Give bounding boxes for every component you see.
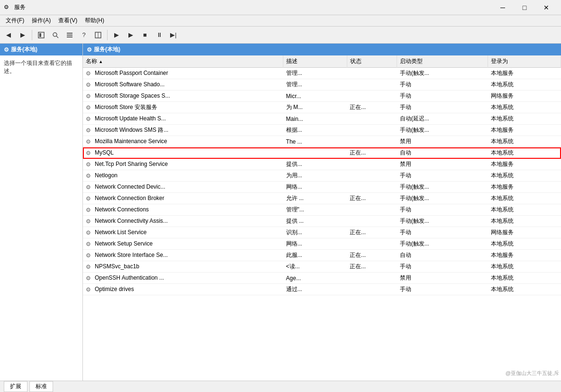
table-row[interactable]: ⚙Microsoft Store 安装服务为 M...正在...手动本地系统: [83, 102, 561, 113]
menu-item[interactable]: 查看(V): [54, 16, 81, 26]
service-login: 本地系统: [488, 136, 561, 147]
maximize-button[interactable]: □: [514, 0, 535, 15]
table-row[interactable]: ⚙Network Connections管理"...手动本地系统: [83, 204, 561, 216]
service-startup: 自动(延迟...: [397, 113, 488, 125]
service-name: ⚙Network List Service: [83, 227, 283, 238]
menu-item[interactable]: 帮助(H): [81, 16, 108, 26]
table-row[interactable]: ⚙Microsoft Passport Container管理...手动(触发.…: [83, 68, 561, 79]
table-row[interactable]: ⚙Network Setup Service网络...手动(触发...本地系统: [83, 238, 561, 250]
service-desc: 提供...: [283, 159, 347, 170]
show-hide-button[interactable]: [35, 28, 48, 42]
table-row[interactable]: ⚙NPSMSvc_bac1b<读...正在...手动本地系统: [83, 261, 561, 273]
table-row[interactable]: ⚙Network List Service识别...正在...手动网络服务: [83, 227, 561, 238]
help-button[interactable]: ?: [77, 28, 90, 42]
table-row[interactable]: ⚙Network Connection Broker允许 ...正在...手动(…: [83, 193, 561, 204]
table-row[interactable]: ⚙Mozilla Maintenance ServiceThe ...禁用本地系…: [83, 136, 561, 147]
service-desc: 通过...: [283, 284, 347, 295]
col-name[interactable]: 名称 ▲: [83, 55, 283, 68]
tab-standard[interactable]: 标准: [29, 381, 53, 392]
service-desc: Micr...: [283, 91, 347, 102]
col-startup[interactable]: 启动类型: [397, 55, 488, 68]
service-status: [347, 216, 397, 227]
service-login: 网络服务: [488, 227, 561, 238]
svg-rect-5: [67, 35, 72, 36]
service-name: ⚙Microsoft Update Health S...: [83, 113, 283, 125]
service-name: ⚙Network Connectivity Assis...: [83, 216, 283, 227]
service-desc: 管理...: [283, 68, 347, 79]
service-login: 本地系统: [488, 261, 561, 273]
service-status: 正在...: [347, 250, 397, 261]
table-row[interactable]: ⚙Microsoft Windows SMS 路...根据...手动(触发...…: [83, 125, 561, 136]
service-name: ⚙Network Connections: [83, 204, 283, 216]
service-desc: Age...: [283, 273, 347, 284]
svg-rect-1: [39, 33, 41, 37]
table-row[interactable]: ⚙Microsoft Update Health S...Main...自动(延…: [83, 113, 561, 125]
services-list: 名称 ▲ 描述 状态 启动类型 登录为 ⚙Microsoft Passport …: [83, 55, 561, 295]
list-button[interactable]: [63, 28, 76, 42]
forward-button[interactable]: ▶: [16, 28, 29, 42]
table-row[interactable]: ⚙OpenSSH Authentication ...Age...禁用本地系统: [83, 273, 561, 284]
table-row[interactable]: ⚙Network Connectivity Assis...提供 ...手动(触…: [83, 216, 561, 227]
service-status: [347, 91, 397, 102]
services-table[interactable]: 名称 ▲ 描述 状态 启动类型 登录为 ⚙Microsoft Passport …: [83, 55, 561, 381]
pause-service-button[interactable]: ⏸: [153, 28, 166, 42]
pane-button[interactable]: [91, 28, 105, 42]
service-startup: 禁用: [397, 159, 488, 170]
service-login: 本地服务: [488, 68, 561, 79]
service-login: 本地系统: [488, 113, 561, 125]
service-login: 本地服务: [488, 182, 561, 193]
left-panel-title: 服务(本地): [11, 46, 37, 54]
service-desc: <读...: [283, 261, 347, 273]
table-row[interactable]: ⚙Net.Tcp Port Sharing Service提供...禁用本地服务: [83, 159, 561, 170]
service-desc: 此服...: [283, 250, 347, 261]
table-row[interactable]: ⚙Microsoft Storage Spaces S...Micr...手动网…: [83, 91, 561, 102]
toolbar: ◀ ▶ ? ▶ ▶ ■ ⏸ ▶|: [0, 27, 561, 44]
status-bar: 扩展 标准: [0, 381, 561, 392]
col-status[interactable]: 状态: [347, 55, 397, 68]
table-row[interactable]: ⚙Network Store Interface Se...此服...正在...…: [83, 250, 561, 261]
table-row[interactable]: ⚙Microsoft Software Shado...管理...手动本地系统: [83, 79, 561, 91]
table-row[interactable]: ⚙MySQL正在...自动本地系统: [83, 147, 561, 159]
service-startup: 手动: [397, 204, 488, 216]
service-desc: 提供 ...: [283, 216, 347, 227]
table-row[interactable]: ⚙Optimize drives通过...手动本地系统: [83, 284, 561, 295]
service-startup: 自动: [397, 147, 488, 159]
service-login: 本地系统: [488, 193, 561, 204]
table-row[interactable]: ⚙Netlogon为用...手动本地系统: [83, 170, 561, 182]
minimize-button[interactable]: ─: [492, 0, 514, 15]
svg-point-2: [53, 33, 57, 36]
service-startup: 手动: [397, 284, 488, 295]
table-row[interactable]: ⚙Network Connected Devic...网络...手动(触发...…: [83, 182, 561, 193]
menu-item[interactable]: 文件(F): [2, 16, 28, 26]
close-button[interactable]: ✕: [535, 0, 557, 15]
service-desc: [283, 147, 347, 159]
left-panel-description: 选择一个项目来查看它的描述。: [0, 55, 82, 381]
left-panel: ⚙ 服务(本地) 选择一个项目来查看它的描述。: [0, 44, 83, 381]
service-startup: 手动(触发...: [397, 238, 488, 250]
service-name: ⚙NPSMSvc_bac1b: [83, 261, 283, 273]
col-desc[interactable]: 描述: [283, 55, 347, 68]
col-login[interactable]: 登录为: [488, 55, 561, 68]
back-button[interactable]: ◀: [2, 28, 15, 42]
scope-button[interactable]: [49, 28, 62, 42]
service-desc: 为 M...: [283, 102, 347, 113]
start-service2-button[interactable]: ▶: [124, 28, 137, 42]
gear-icon-left: ⚙: [4, 46, 9, 53]
tab-expand[interactable]: 扩展: [4, 381, 27, 392]
service-name: ⚙Mozilla Maintenance Service: [83, 136, 283, 147]
service-status: [347, 159, 397, 170]
resume-service-button[interactable]: ▶|: [167, 28, 180, 42]
svg-line-3: [56, 36, 58, 38]
stop-service-button[interactable]: ■: [138, 28, 152, 42]
title-bar-controls: ─ □ ✕: [492, 0, 557, 15]
service-login: 本地系统: [488, 102, 561, 113]
service-startup: 手动(触发...: [397, 68, 488, 79]
service-name: ⚙Microsoft Store 安装服务: [83, 102, 283, 113]
start-service-button[interactable]: ▶: [110, 28, 123, 42]
service-login: 网络服务: [488, 91, 561, 102]
gear-icon-right: ⚙: [87, 46, 92, 53]
left-panel-header: ⚙ 服务(本地): [0, 44, 82, 55]
service-status: 正在...: [347, 147, 397, 159]
menu-item[interactable]: 操作(A): [28, 16, 54, 26]
service-login: 本地系统: [488, 238, 561, 250]
